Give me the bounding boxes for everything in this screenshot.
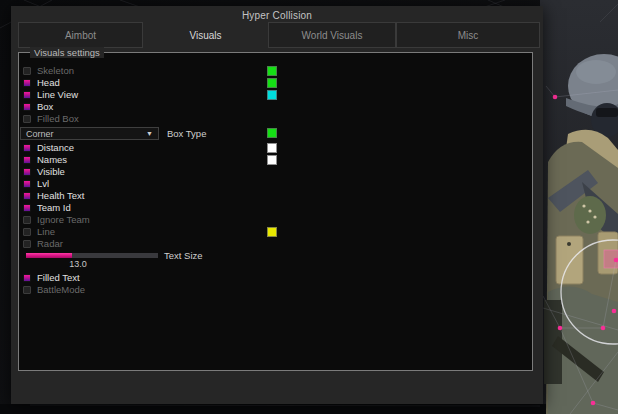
checkbox-label: Names (37, 155, 67, 165)
visuals-settings-group: Visuals settings SkeletonHeadLine ViewBo… (18, 52, 533, 371)
color-swatch-skeleton[interactable] (267, 66, 277, 76)
color-swatch-names[interactable] (267, 155, 277, 165)
esp-dot (612, 309, 617, 314)
checkbox-label: Filled Box (37, 114, 79, 124)
checkbox-row-team-id[interactable]: Team Id (19, 202, 532, 214)
color-swatch-head[interactable] (267, 78, 277, 88)
checkbox-row-visible[interactable]: Visible (19, 166, 532, 178)
settings-list: SkeletonHeadLine ViewBoxFilled BoxCorner… (19, 65, 532, 296)
tab-misc[interactable]: Misc (396, 22, 540, 48)
checkbox-label: Box (37, 102, 53, 112)
checkbox-row-names[interactable]: Names (19, 154, 532, 166)
window-title: Hyper Collision (242, 10, 312, 21)
slider-value: 13.0 (26, 259, 130, 269)
checkbox-label: Skeleton (37, 66, 74, 76)
checkbox-label: Line View (37, 90, 78, 100)
checkbox-line[interactable] (23, 228, 31, 236)
checkbox-row-filled-box[interactable]: Filled Box (19, 113, 532, 125)
checkbox-row-ignore-team[interactable]: Ignore Team (19, 214, 532, 226)
checkbox-ignore-team[interactable] (23, 216, 31, 224)
esp-dot (601, 326, 606, 331)
color-swatch-line-view[interactable] (267, 90, 277, 100)
color-swatch-box-type[interactable] (267, 128, 277, 138)
checkbox-filled-text[interactable] (23, 274, 31, 282)
checkbox-label: Ignore Team (37, 215, 90, 225)
checkbox-label: Visible (37, 167, 65, 177)
checkbox-label: Lvl (37, 179, 49, 189)
checkbox-row-line[interactable]: Line (19, 226, 532, 238)
slider-row-text-size: 13.0Text Size (19, 250, 532, 272)
combo-row-box-type: Corner▼Box Type (19, 125, 532, 142)
checkbox-row-filled-text[interactable]: Filled Text (19, 272, 532, 284)
checkbox-label: Line (37, 227, 55, 237)
checkbox-health-text[interactable] (23, 192, 31, 200)
checkbox-names[interactable] (23, 156, 31, 164)
esp-dot (591, 401, 596, 406)
checkbox-row-health-text[interactable]: Health Text (19, 190, 532, 202)
checkbox-radar[interactable] (23, 240, 31, 248)
slider-label: Text Size (164, 250, 203, 261)
dropdown-value: Corner (26, 129, 54, 139)
chevron-down-icon: ▼ (146, 130, 153, 137)
checkbox-row-radar[interactable]: Radar (19, 238, 532, 250)
glove (574, 196, 606, 234)
checkbox-label: Head (37, 78, 60, 88)
tab-bar: AimbotVisualsWorld VisualsMisc (18, 22, 540, 48)
checkbox-row-skeleton[interactable]: Skeleton (19, 65, 532, 77)
dropdown-label: Box Type (167, 128, 206, 139)
checkbox-label: Filled Text (37, 273, 80, 283)
tab-aimbot[interactable]: Aimbot (18, 22, 143, 48)
checkbox-row-lvl[interactable]: Lvl (19, 178, 532, 190)
helmet-highlight (576, 60, 616, 84)
checkbox-row-box[interactable]: Box (19, 101, 532, 113)
checkbox-distance[interactable] (23, 144, 31, 152)
checkbox-label: Team Id (37, 203, 71, 213)
dropdown-box-type[interactable]: Corner▼ (20, 127, 159, 140)
checkbox-label: Radar (37, 239, 63, 249)
checkbox-line-view[interactable] (23, 91, 31, 99)
pouch-button (567, 242, 571, 246)
group-title: Visuals settings (30, 47, 104, 58)
checkbox-row-head[interactable]: Head (19, 77, 532, 89)
checkbox-team-id[interactable] (23, 204, 31, 212)
checkbox-skeleton[interactable] (23, 67, 31, 75)
esp-dot (553, 95, 558, 100)
checkbox-lvl[interactable] (23, 180, 31, 188)
checkbox-label: BattleMode (37, 285, 85, 295)
checkbox-box[interactable] (23, 103, 31, 111)
goggles (596, 108, 618, 117)
checkbox-head[interactable] (23, 79, 31, 87)
esp-dot (558, 326, 563, 331)
checkbox-row-line-view[interactable]: Line View (19, 89, 532, 101)
checkbox-row-battlemode[interactable]: BattleMode (19, 284, 532, 296)
checkbox-label: Health Text (37, 191, 84, 201)
tab-visuals[interactable]: Visuals (143, 22, 268, 48)
tab-world-visuals[interactable]: World Visuals (268, 22, 396, 48)
color-swatch-line[interactable] (267, 227, 277, 237)
slider-fill (26, 253, 72, 258)
checkbox-row-distance[interactable]: Distance (19, 142, 532, 154)
slider-track-text-size[interactable] (26, 253, 158, 258)
cheat-menu-window: Hyper Collision AimbotVisualsWorld Visua… (11, 6, 543, 404)
checkbox-visible[interactable] (23, 168, 31, 176)
checkbox-filled-box[interactable] (23, 115, 31, 123)
checkbox-label: Distance (37, 143, 74, 153)
color-swatch-distance[interactable] (267, 143, 277, 153)
checkbox-battlemode[interactable] (23, 286, 31, 294)
